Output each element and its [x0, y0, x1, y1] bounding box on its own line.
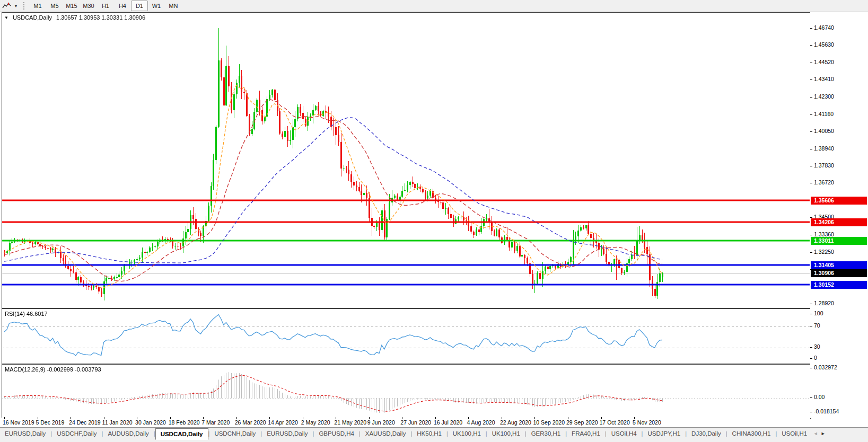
date-label: 30 Jan 2020 [135, 419, 166, 426]
date-label: 2 May 2020 [301, 419, 330, 426]
timeframe-button-m30[interactable]: M30 [80, 1, 97, 11]
candlestick-chart-canvas[interactable] [2, 13, 810, 307]
timeframe-button-m15[interactable]: M15 [63, 1, 80, 11]
date-label: 18 Feb 2020 [169, 419, 200, 426]
rsi-axis-label: 100 [814, 310, 823, 316]
symbol-tab-usdchf-daily[interactable]: USDCHF,Daily [52, 428, 101, 439]
price-tick [810, 397, 812, 398]
line-chart-icon[interactable] [2, 2, 13, 10]
timeframe-buttons: M1M5M15M30H1H4D1W1MN [29, 1, 182, 11]
date-label: 22 Aug 2020 [500, 419, 531, 426]
symbol-tab-xauusd-daily[interactable]: XAUUSD,Daily [361, 428, 411, 439]
price-tick [810, 28, 812, 29]
symbol-tab-audusd-daily[interactable]: AUDUSD,Daily [103, 428, 153, 439]
date-label: 26 Mar 2020 [235, 419, 266, 426]
timeframe-button-h1[interactable]: H1 [97, 1, 114, 11]
price-line-badge: 1.33011 [811, 237, 867, 245]
price-line-badge: 1.34206 [811, 218, 867, 226]
symbol-tab-usoil-h4[interactable]: USOil,H4 [607, 428, 642, 439]
date-label: 16 Nov 2019 [3, 419, 34, 426]
price-tick [810, 368, 812, 368]
symbol-tab-hk50-h1[interactable]: HK50,H1 [412, 428, 446, 439]
price-tick-label: 1.46740 [814, 24, 834, 31]
symbol-tab-eurusd-daily[interactable]: EURUSD,Daily [262, 428, 312, 439]
price-tick [810, 183, 812, 183]
date-label: 14 Apr 2020 [268, 419, 298, 426]
mt4-app-window: ▼ M1M5M15M30H1H4D1W1MN ▼ USDCAD,Daily 1.… [0, 0, 868, 442]
price-tick [810, 97, 812, 98]
price-tick [810, 79, 812, 80]
rsi-axis-label: 0 [814, 355, 817, 361]
price-tick-label: 1.43410 [814, 76, 834, 82]
chart-tab-bar: EURUSD,Daily|USDCHF,Daily|AUDUSD,Daily|U… [0, 427, 868, 442]
timeframe-button-d1[interactable]: D1 [131, 1, 148, 11]
macd-axis-label: -0.018154 [814, 408, 839, 414]
date-label: 16 Jul 2020 [434, 419, 462, 426]
rsi-indicator-label: RSI(14) 46.6017 [5, 311, 48, 317]
rsi-axis-label: 70 [814, 322, 820, 329]
date-label: 9 Jun 2020 [367, 419, 395, 426]
price-tick [810, 412, 812, 412]
symbol-tab-usdcad-daily[interactable]: USDCAD,Daily [155, 428, 208, 440]
date-label: 5 Dec 2019 [36, 419, 65, 426]
price-tick-label: 1.36720 [814, 179, 834, 185]
price-tick-label: 1.45630 [814, 41, 834, 48]
bid-price-badge: 1.30906 [811, 269, 867, 277]
date-label: 5 Nov 2020 [633, 419, 661, 426]
price-tick-label: 1.38940 [814, 145, 834, 152]
date-label: 27 Jun 2020 [400, 419, 431, 426]
date-label: 17 Oct 2020 [600, 419, 630, 426]
symbol-tab-usoil-h1[interactable]: USOil,H1 [777, 428, 812, 439]
macd-chart-canvas[interactable] [2, 365, 810, 417]
timeframe-button-m5[interactable]: M5 [46, 1, 63, 11]
price-tick [810, 347, 812, 348]
price-axis: 1.467401.456301.445201.434101.423001.411… [810, 12, 868, 418]
price-tick [810, 314, 812, 314]
price-line-badge: 1.31405 [811, 261, 867, 269]
timeframe-button-mn[interactable]: MN [165, 1, 182, 11]
timeframe-button-w1[interactable]: W1 [148, 1, 165, 11]
price-tick [810, 166, 812, 166]
rsi-chart-canvas[interactable] [2, 309, 810, 363]
chart-title: ▼ USDCAD,Daily 1.30657 1.30953 1.30331 1… [4, 14, 145, 21]
price-tick [810, 45, 812, 46]
price-tick [810, 114, 812, 115]
price-tick-label: 1.41160 [814, 111, 834, 117]
tab-scroll-right-icon[interactable]: ► [819, 429, 827, 438]
price-tick [810, 149, 812, 149]
price-tick-label: 1.32250 [814, 249, 834, 255]
timeframe-button-h4[interactable]: H4 [114, 1, 131, 11]
caret-down-icon[interactable]: ▼ [14, 4, 18, 8]
tab-scroll-left-icon[interactable]: ◄ [812, 429, 819, 438]
date-axis: 16 Nov 20195 Dec 201924 Dec 201911 Jan 2… [2, 418, 810, 427]
price-tick [810, 358, 812, 359]
triangle-down-icon[interactable]: ▼ [4, 15, 8, 20]
date-label: 24 Dec 2019 [69, 419, 101, 426]
symbol-tab-eurusd-daily[interactable]: EURUSD,Daily [0, 428, 50, 439]
toolbar-grip[interactable] [23, 2, 26, 10]
price-tick [810, 252, 812, 253]
macd-panel [2, 364, 811, 419]
symbol-tab-uk100-h1[interactable]: UK100,H1 [487, 428, 525, 439]
date-label: 21 May 2020 [334, 419, 366, 426]
chart-ohlc-values: 1.30657 1.30953 1.30331 1.30906 [56, 14, 145, 21]
date-label: 4 Aug 2020 [467, 419, 495, 426]
price-tick [810, 326, 812, 326]
symbol-tab-fra40-h1[interactable]: FRA40,H1 [567, 428, 605, 439]
price-tick-label: 1.40050 [814, 128, 834, 134]
price-tick [810, 304, 812, 304]
symbol-tab-china300-h1[interactable]: CHINA300,H1 [727, 428, 776, 439]
date-label: 11 Jan 2020 [102, 419, 133, 426]
timeframe-button-m1[interactable]: M1 [29, 1, 46, 11]
rsi-axis-label: 30 [814, 343, 820, 350]
symbol-tab-gbpusd-h4[interactable]: GBPUSD,H4 [314, 428, 358, 439]
symbol-tab-uk100-h1[interactable]: UK100,H1 [448, 428, 486, 439]
date-label: 29 Sep 2020 [566, 419, 598, 426]
symbol-tab-usdjpy-h1[interactable]: USDJPY,H1 [643, 428, 685, 439]
chart-symbol-period: USDCAD,Daily [13, 14, 52, 21]
symbol-tab-ger30-h1[interactable]: GER30,H1 [527, 428, 566, 439]
symbol-tab-dj30-daily[interactable]: DJ30,Daily [687, 428, 726, 439]
price-tick-label: 1.44520 [814, 59, 834, 65]
timeframe-toolbar: ▼ M1M5M15M30H1H4D1W1MN [0, 0, 868, 12]
symbol-tab-usdcnh-daily[interactable]: USDCNH,Daily [209, 428, 260, 439]
